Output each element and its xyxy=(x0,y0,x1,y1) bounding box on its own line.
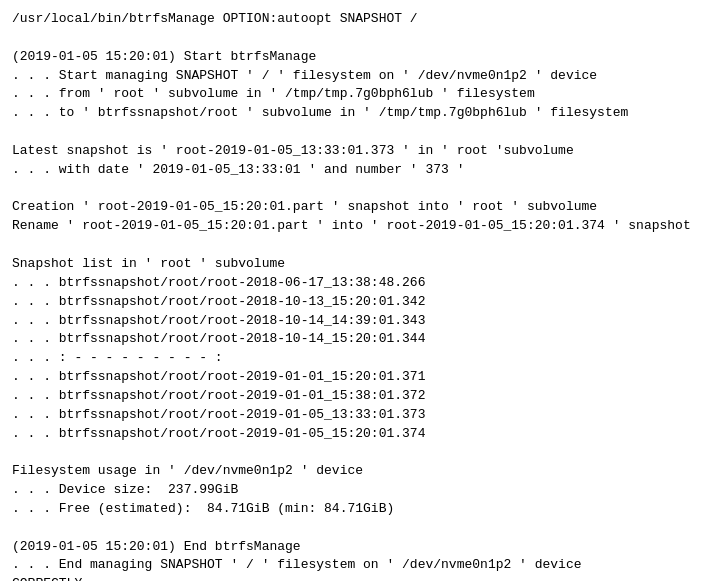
terminal-output: /usr/local/bin/btrfsManage OPTION:autoop… xyxy=(12,10,693,581)
